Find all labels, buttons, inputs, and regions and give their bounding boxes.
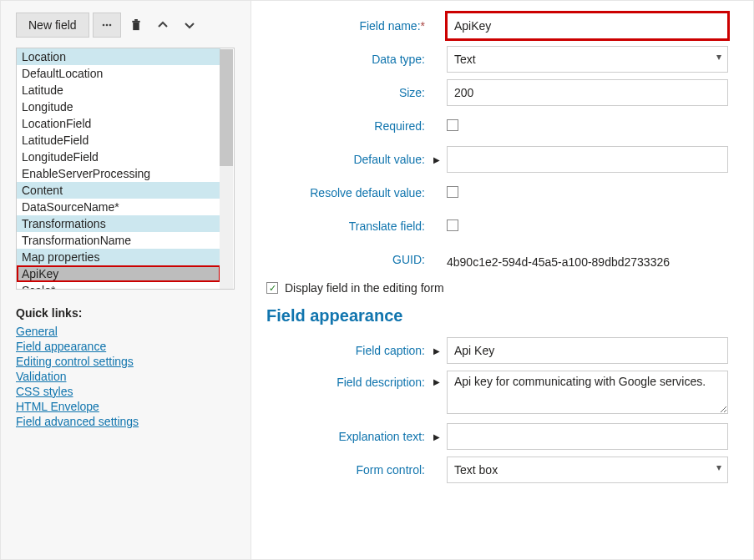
required-label: Required: xyxy=(266,119,432,133)
size-label: Size: xyxy=(266,86,432,99)
quick-link[interactable]: HTML Envelope xyxy=(16,400,239,413)
field-name-input[interactable] xyxy=(447,13,728,39)
display-in-form-label: Display field in the editing form xyxy=(285,281,444,295)
field-appearance-heading: Field appearance xyxy=(266,306,728,325)
list-item[interactable]: Longitude xyxy=(17,98,220,115)
list-item[interactable]: LocationField xyxy=(17,115,220,132)
svg-rect-5 xyxy=(134,19,138,21)
description-label: Field description: xyxy=(266,371,432,389)
form-control-label: Form control: xyxy=(266,463,432,477)
field-name-label: Field name:* xyxy=(266,19,432,33)
toolbar: New field xyxy=(16,13,239,38)
default-value-input[interactable] xyxy=(447,146,728,173)
quick-links: GeneralField appearanceEditing control s… xyxy=(16,325,239,428)
quick-link[interactable]: Field advanced settings xyxy=(16,415,239,428)
list-item[interactable]: TransformationName xyxy=(17,232,220,249)
expand-icon[interactable]: ▶ xyxy=(432,346,442,356)
explanation-input[interactable] xyxy=(447,423,728,450)
size-input[interactable] xyxy=(447,79,728,106)
sidebar: New field LocationDefaultLocationLatitud… xyxy=(1,1,251,560)
list-item[interactable]: Transformations xyxy=(17,215,220,232)
move-down-button[interactable] xyxy=(178,13,201,38)
delete-button[interactable] xyxy=(124,13,148,38)
chevron-down-icon xyxy=(184,19,195,31)
field-list[interactable]: LocationDefaultLocationLatitudeLongitude… xyxy=(16,48,235,290)
default-value-label: Default value: xyxy=(266,153,432,166)
scroll-thumb[interactable] xyxy=(220,49,233,166)
trash-icon xyxy=(130,19,142,32)
new-field-button[interactable]: New field xyxy=(16,13,89,38)
data-type-label: Data type: xyxy=(266,53,432,66)
description-textarea[interactable] xyxy=(447,371,728,414)
list-item[interactable]: Scale* xyxy=(17,282,220,290)
expand-icon[interactable]: ▶ xyxy=(432,371,442,386)
quick-link[interactable]: Editing control settings xyxy=(16,355,239,368)
field-list-wrap: LocationDefaultLocationLatitudeLongitude… xyxy=(16,48,239,290)
list-item[interactable]: EnableServerProcessing xyxy=(17,165,220,182)
translate-checkbox[interactable] xyxy=(447,219,458,231)
list-item[interactable]: DataSourceName* xyxy=(17,199,220,215)
list-item[interactable]: LongitudeField xyxy=(17,149,220,165)
guid-label: GUID: xyxy=(266,253,432,266)
move-up-button[interactable] xyxy=(151,13,175,38)
quick-link[interactable]: General xyxy=(16,325,239,338)
quick-link[interactable]: Validation xyxy=(16,370,239,383)
svg-point-2 xyxy=(109,24,111,27)
resolve-label: Resolve default value: xyxy=(266,186,432,199)
required-checkbox[interactable] xyxy=(447,119,458,131)
list-item[interactable]: Location xyxy=(17,48,220,65)
scrollbar[interactable] xyxy=(220,49,233,290)
quick-link[interactable]: CSS styles xyxy=(16,385,239,398)
svg-point-1 xyxy=(105,24,108,27)
svg-point-0 xyxy=(102,24,104,27)
chevron-up-icon xyxy=(157,19,169,31)
svg-rect-3 xyxy=(133,22,139,29)
translate-label: Translate field: xyxy=(266,219,432,233)
new-field-label: New field xyxy=(28,18,77,32)
list-item[interactable]: ApiKey xyxy=(17,265,220,282)
list-item[interactable]: Map properties xyxy=(17,249,220,265)
main-panel: Field name:* Data type: Text Size: Requi… xyxy=(251,1,753,560)
quick-links-title: Quick links: xyxy=(16,306,239,320)
explanation-label: Explanation text: xyxy=(266,430,432,443)
caption-label: Field caption: xyxy=(266,344,432,357)
expand-icon[interactable]: ▶ xyxy=(432,432,442,441)
more-icon xyxy=(100,18,114,32)
resolve-checkbox[interactable] xyxy=(447,186,458,198)
display-in-form-checkbox[interactable] xyxy=(266,282,278,294)
list-item[interactable]: Latitude xyxy=(17,82,220,98)
guid-value: 4b90c1e2-594d-45a5-a100-89dbd2733326 xyxy=(447,250,728,269)
expand-icon[interactable]: ▶ xyxy=(432,155,442,164)
list-item[interactable]: LatitudeField xyxy=(17,132,220,149)
form-control-select[interactable]: Text box xyxy=(447,457,728,483)
list-item[interactable]: Content xyxy=(17,182,220,199)
caption-input[interactable] xyxy=(447,337,728,364)
list-item[interactable]: DefaultLocation xyxy=(17,65,220,82)
more-button[interactable] xyxy=(93,13,121,38)
quick-link[interactable]: Field appearance xyxy=(16,340,239,353)
svg-rect-4 xyxy=(132,20,139,22)
data-type-select[interactable]: Text xyxy=(447,46,728,73)
